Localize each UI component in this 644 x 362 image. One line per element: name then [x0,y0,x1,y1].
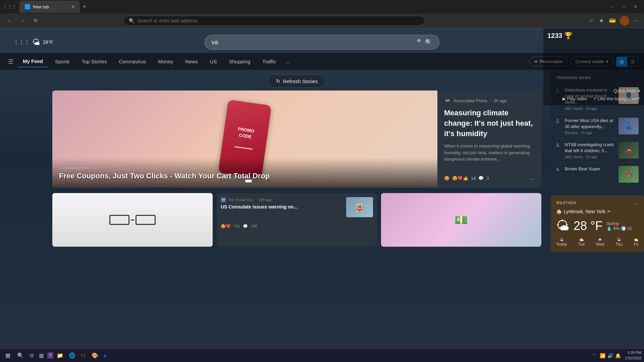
weather-more-button[interactable]: ... [635,201,639,205]
close-button[interactable]: ✕ [630,3,641,10]
dot-6[interactable] [238,180,240,182]
search-button[interactable]: 🔍 [425,39,432,46]
collections-icon[interactable]: ★ [598,16,605,25]
weather-precip: 💧 4% 💨 31 [606,226,632,231]
taskbar-search-button[interactable]: 🔍 [14,351,26,360]
play-video-button[interactable]: ▶ Play video [562,96,587,101]
featured-left-ad[interactable]: PROMOCODE•••••••••••• Ad joinhoney.com F… [52,90,437,188]
glasses-card[interactable] [52,193,213,247]
main-search-box[interactable]: 🎤 🔍 [205,35,439,50]
main-search-input[interactable] [212,39,410,46]
source-logo-tp: TP [221,197,226,202]
address-input[interactable] [137,18,419,23]
weather-location[interactable]: 🏠 Lynbrook, New York ✏ [556,209,639,214]
task-view-button[interactable]: ⧉ [28,351,36,360]
active-tab[interactable]: 🌐 New tab ✕ [19,1,80,13]
feed-nav-menu-button[interactable]: ☰ [5,55,16,68]
apps-grid-icon[interactable]: ⋮⋮⋮ [13,39,30,46]
nav-item-money[interactable]: Money [153,56,178,67]
dot-13[interactable] [268,180,270,182]
nav-item-traffic[interactable]: Traffic [257,56,281,67]
feed-nav-more-button[interactable]: ... [283,56,292,67]
edge-icon[interactable]: e [102,351,109,360]
wallet-icon[interactable]: 💳 [608,16,617,25]
forward-button[interactable]: → [17,16,28,25]
right-lens [136,215,156,225]
teams-icon[interactable]: T [47,352,53,359]
featured-article-title: Measuring climate change: It's not just … [444,108,535,139]
maximize-button[interactable]: □ [619,3,629,10]
dot-1[interactable] [219,180,222,182]
dot-8[interactable] [245,180,252,182]
file-explorer-icon[interactable]: 📁 [55,351,65,360]
top-right-panel: 1233 🏆 Quick links ▾ ▶ Play video ↗ Like… [543,28,644,105]
system-tray-icons: 📶 🔊 🔔 [597,353,624,358]
dot-2[interactable] [223,180,226,182]
points-guy-card[interactable]: TP The Points Guy · 10h ago US Consulate… [217,193,377,247]
chrome-icon[interactable]: 🌐 [67,351,77,360]
new-tab-button[interactable]: + [80,3,89,10]
money-card[interactable]: 💵 [381,193,541,247]
forecast-wed: 🌧 Wed [596,237,604,247]
nav-item-sports[interactable]: Sports [50,56,75,67]
tab-close-btn[interactable]: ✕ [71,5,74,9]
start-button[interactable]: ⊞ [3,351,13,361]
address-bar[interactable]: 🔍 [123,16,425,26]
edit-location-icon[interactable]: ✏ [607,209,611,214]
header-weather-icon: 🌤 [32,38,40,47]
featured-right-more-button[interactable]: ... [530,175,535,181]
featured-right-article[interactable]: AP Associated Press · 2h ago Measuring c… [437,90,541,188]
paint-icon[interactable]: 🎨 [90,351,100,360]
nav-item-coronavirus[interactable]: Coronavirus [113,56,151,67]
refresh-button[interactable]: ↻ [31,16,41,25]
weather-condition: Sunny [606,221,632,226]
trending-item-2[interactable]: 2. Former Miss USA dies at 30 after appa… [556,114,639,138]
nav-item-my-feed[interactable]: My Feed [17,56,48,67]
tab-title: New tab [33,4,49,9]
nav-item-us[interactable]: US [205,56,222,67]
profile-avatar[interactable] [620,16,629,25]
dot-9[interactable] [253,180,256,182]
dot-12[interactable] [264,180,267,182]
trending-item-2-image: 👗 [619,118,639,134]
trending-item-4[interactable]: 4. Brown Bear Super 🐻 [556,163,639,186]
dot-10[interactable] [257,180,259,182]
card-more-button[interactable]: ··· [370,196,374,202]
filezilla-icon[interactable]: FZ [79,352,88,359]
dot-3[interactable] [227,180,229,182]
settings-icon[interactable]: ⋯ [632,16,640,25]
nav-item-shopping[interactable]: Shopping [224,56,256,67]
featured-left-more-button[interactable]: ... [428,95,433,102]
back-button[interactable]: ← [4,16,15,25]
nav-item-top-stories[interactable]: Top Stories [76,56,112,67]
nav-item-news[interactable]: News [180,56,203,67]
refresh-stories-bar: ↻ Refresh Stories [52,70,541,90]
dot-7[interactable] [241,180,244,182]
mic-button[interactable]: 🎤 [414,39,421,46]
widgets-button[interactable]: ▦ [37,351,46,360]
tab-favicon: 🌐 [25,4,30,9]
dot-5[interactable] [234,180,237,182]
toolbar-icons: ☆ ★ 💳 ⋯ [588,16,640,25]
weather-temp: 28 °F [574,219,602,233]
notification-icon[interactable]: 🔔 [615,353,621,358]
extensions-icon[interactable]: ⋮⋮⋮ [3,4,17,9]
forecast-fri: ⛅ Fri [634,237,639,247]
like-background-button[interactable]: ↗ Like this background? [593,96,640,101]
minimize-button[interactable]: ─ [607,3,618,10]
dot-11[interactable] [260,180,263,182]
weather-section-header: WEATHER ... [556,201,639,205]
taskbar: ⊞ 🔍 ⧉ ▦ T 📁 🌐 FZ 🎨 e ⌃ 📶 🔊 🔔 5:28 PM 1/3… [0,349,644,362]
left-lens [109,215,129,225]
featured-footer: 🤩 🤩❤️👍 14 💬 3 ... [444,175,535,181]
hidden-icons-button[interactable]: ⌃ [592,353,596,358]
system-clock[interactable]: 5:28 PM 1/31/2022 [625,350,641,361]
trending-item-3[interactable]: 3. NTSB investigating crash that left 4 … [556,138,639,163]
glasses-image [52,193,213,247]
refresh-stories-button[interactable]: ↻ Refresh Stories [268,74,326,88]
trending-item-3-image: 🚗 [619,142,639,159]
main-content: ⋮⋮⋮ 🌤 28°F 🎤 🔍 1233 🏆 Quick links ▾ ▶ [0,28,644,349]
dot-4[interactable] [230,180,233,182]
favorites-icon[interactable]: ☆ [588,16,595,25]
quick-links-button[interactable]: Quick links ▾ [613,88,640,94]
